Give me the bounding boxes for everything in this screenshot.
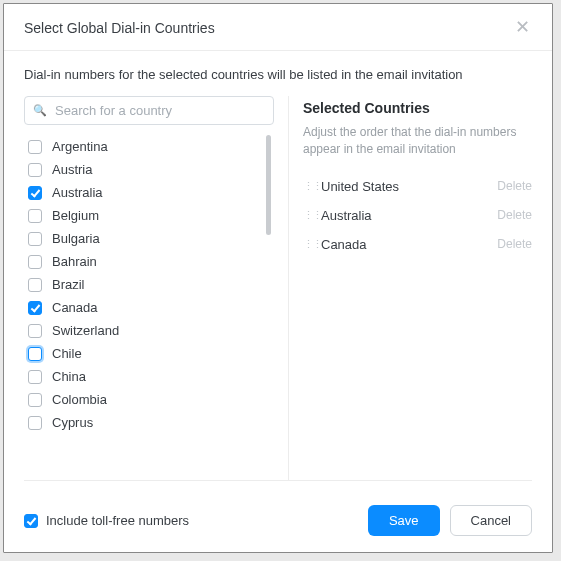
modal-title: Select Global Dial-in Countries (24, 20, 512, 36)
country-item[interactable]: Switzerland (28, 319, 262, 342)
delete-button[interactable]: Delete (497, 179, 532, 193)
country-item[interactable]: Brazil (28, 273, 262, 296)
selected-item-label: Australia (321, 208, 497, 223)
selected-item-label: United States (321, 179, 497, 194)
country-checkbox[interactable] (28, 416, 42, 430)
cancel-button[interactable]: Cancel (450, 505, 532, 536)
country-label: Bahrain (52, 254, 97, 269)
country-label: Chile (52, 346, 82, 361)
country-checkbox[interactable] (28, 370, 42, 384)
search-input[interactable] (53, 102, 265, 119)
country-checkbox[interactable] (28, 278, 42, 292)
country-list: ArgentinaAustriaAustraliaBelgiumBulgaria… (24, 135, 274, 480)
countries-pane: 🔍 ArgentinaAustriaAustraliaBelgiumBulgar… (24, 96, 274, 480)
country-checkbox[interactable] (28, 186, 42, 200)
country-checkbox[interactable] (28, 163, 42, 177)
drag-handle-icon[interactable]: ⋮⋮ (303, 210, 311, 221)
country-checkbox[interactable] (28, 140, 42, 154)
country-item[interactable]: China (28, 365, 262, 388)
selected-item[interactable]: ⋮⋮United StatesDelete (303, 172, 532, 201)
country-item[interactable]: Cyprus (28, 411, 262, 434)
drag-handle-icon[interactable]: ⋮⋮ (303, 181, 311, 192)
country-item[interactable]: Colombia (28, 388, 262, 411)
country-checkbox[interactable] (28, 209, 42, 223)
dialin-modal: Select Global Dial-in Countries ✕ Dial-i… (3, 3, 553, 553)
selected-item-label: Canada (321, 237, 497, 252)
selected-title: Selected Countries (303, 100, 532, 116)
search-icon: 🔍 (33, 104, 47, 117)
modal-description: Dial-in numbers for the selected countri… (24, 67, 532, 82)
country-item[interactable]: Australia (28, 181, 262, 204)
country-label: Brazil (52, 277, 85, 292)
modal-header: Select Global Dial-in Countries ✕ (4, 4, 552, 51)
selected-description: Adjust the order that the dial-in number… (303, 124, 532, 158)
country-label: Canada (52, 300, 98, 315)
country-label: Argentina (52, 139, 108, 154)
country-label: China (52, 369, 86, 384)
country-item[interactable]: Argentina (28, 135, 262, 158)
country-label: Switzerland (52, 323, 119, 338)
tollfree-option[interactable]: Include toll-free numbers (24, 513, 189, 528)
country-checkbox[interactable] (28, 324, 42, 338)
delete-button[interactable]: Delete (497, 237, 532, 251)
country-item[interactable]: Belgium (28, 204, 262, 227)
delete-button[interactable]: Delete (497, 208, 532, 222)
country-item[interactable]: Bulgaria (28, 227, 262, 250)
country-item[interactable]: Bahrain (28, 250, 262, 273)
selected-pane: Selected Countries Adjust the order that… (303, 96, 532, 480)
country-label: Australia (52, 185, 103, 200)
country-label: Austria (52, 162, 92, 177)
country-label: Belgium (52, 208, 99, 223)
scrollbar[interactable] (266, 135, 271, 235)
panes: 🔍 ArgentinaAustriaAustraliaBelgiumBulgar… (24, 96, 532, 481)
selected-item[interactable]: ⋮⋮AustraliaDelete (303, 201, 532, 230)
save-button[interactable]: Save (368, 505, 440, 536)
country-item[interactable]: Austria (28, 158, 262, 181)
pane-divider (288, 96, 289, 480)
drag-handle-icon[interactable]: ⋮⋮ (303, 239, 311, 250)
tollfree-label: Include toll-free numbers (46, 513, 189, 528)
country-checkbox[interactable] (28, 393, 42, 407)
tollfree-checkbox[interactable] (24, 514, 38, 528)
country-label: Bulgaria (52, 231, 100, 246)
country-checkbox[interactable] (28, 301, 42, 315)
country-label: Colombia (52, 392, 107, 407)
country-checkbox[interactable] (28, 255, 42, 269)
country-checkbox[interactable] (28, 347, 42, 361)
modal-footer: Include toll-free numbers Save Cancel (4, 491, 552, 552)
country-item[interactable]: Chile (28, 342, 262, 365)
close-icon[interactable]: ✕ (512, 18, 532, 38)
modal-body: Dial-in numbers for the selected countri… (4, 51, 552, 491)
selected-item[interactable]: ⋮⋮CanadaDelete (303, 230, 532, 259)
search-field[interactable]: 🔍 (24, 96, 274, 125)
country-label: Cyprus (52, 415, 93, 430)
country-checkbox[interactable] (28, 232, 42, 246)
country-item[interactable]: Canada (28, 296, 262, 319)
